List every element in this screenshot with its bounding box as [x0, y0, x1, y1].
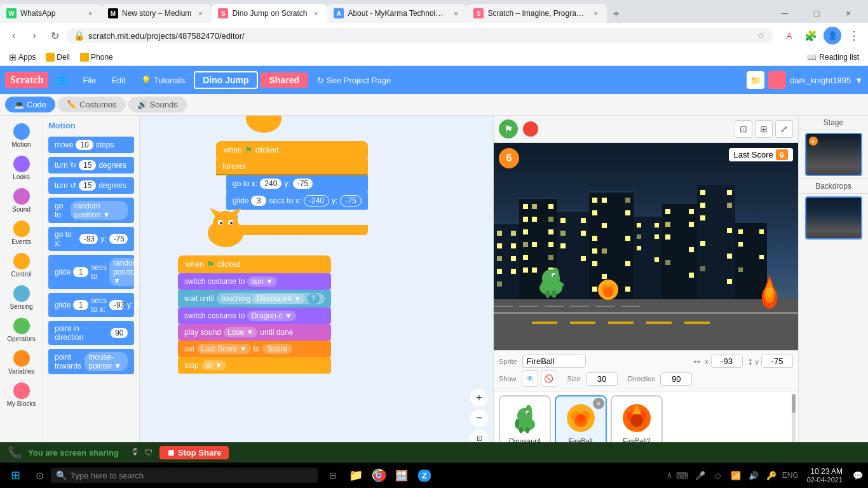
glide-x-val[interactable]: -240: [304, 195, 329, 207]
category-sensing[interactable]: Sensing: [3, 283, 41, 313]
bookmark-dell[interactable]: Dell: [42, 51, 74, 63]
goto-xy-block-1[interactable]: go to x: 240 y: -75: [226, 175, 368, 192]
costume-sun-dropdown[interactable]: sun ▼: [247, 276, 277, 287]
user-area[interactable]: 📁 dark_knight1895 ▼: [747, 71, 863, 89]
variable-dropdown[interactable]: Last Score ▼: [197, 344, 251, 354]
direction-input[interactable]: [660, 372, 692, 386]
wifi-icon[interactable]: 📶: [728, 468, 743, 483]
hide-eye-button[interactable]: 🚫: [541, 370, 557, 387]
file-explorer-taskbar[interactable]: 📁: [346, 465, 366, 485]
stage-mini-thumbnail[interactable]: 6: [805, 133, 862, 176]
close-button[interactable]: ×: [834, 4, 863, 23]
block-goto-xy[interactable]: go to x: -93 y: -75: [48, 227, 134, 251]
goto-y-val[interactable]: -75: [293, 179, 313, 189]
bookmark-apps[interactable]: ⊞ Apps: [5, 51, 39, 64]
category-events[interactable]: Events: [3, 218, 41, 248]
sprite-list-scrollbar-thumb[interactable]: [792, 394, 796, 413]
keyboard-icon[interactable]: ⌨: [675, 468, 690, 483]
dropbox-icon[interactable]: ◇: [710, 468, 726, 483]
tab-scratch-main[interactable]: S Scratch – Imagine, Program, S... ×: [467, 4, 607, 23]
glide-y-val[interactable]: -75: [340, 195, 361, 207]
file-menu[interactable]: File: [76, 73, 102, 88]
block-glide-xy-secs[interactable]: 1: [73, 300, 88, 310]
set-variable-block[interactable]: set Last Score ▼ to Score: [178, 341, 331, 357]
tab-scratch-dino[interactable]: S Dino Jump on Scratch ×: [212, 4, 327, 23]
tab-mykarma-close[interactable]: ×: [451, 8, 461, 18]
profile-icon[interactable]: 👤: [824, 27, 841, 44]
sprite-list-scrollbar[interactable]: [792, 394, 796, 450]
minimize-button[interactable]: ─: [770, 4, 799, 23]
extensions-icon[interactable]: 🧩: [802, 27, 820, 44]
fireball-delete-btn[interactable]: ×: [593, 398, 604, 409]
costume-dragon-dropdown[interactable]: Dragon-c ▼: [247, 311, 296, 321]
hidden-icons-button[interactable]: ∧: [667, 471, 672, 480]
zoom-out-button[interactable]: −: [470, 409, 488, 427]
sound-dropdown[interactable]: Lose ▼: [224, 327, 257, 337]
volume-icon[interactable]: 🔊: [746, 468, 761, 483]
lang-indicator[interactable]: ENG: [782, 468, 799, 483]
shield-sharing-icon[interactable]: 🛡: [144, 447, 153, 458]
block-glide-secs[interactable]: 1: [73, 267, 88, 277]
backdrop-thumbnail[interactable]: [805, 196, 862, 240]
block-goto[interactable]: go to random position ▼: [48, 198, 134, 223]
stop-block[interactable]: stop all ▼: [178, 357, 331, 374]
show-eye-button[interactable]: 👁: [522, 370, 538, 387]
block-turn-cw[interactable]: turn ↻ 15 degrees: [48, 157, 134, 173]
block-glide-random[interactable]: glide 1 secs to random position ▼: [48, 255, 134, 289]
tab-mykarma[interactable]: A About - MyKarma Technolog... ×: [327, 4, 467, 23]
block-towards-dropdown[interactable]: mouse-pointer ▼: [85, 352, 128, 371]
category-motion[interactable]: Motion: [3, 121, 41, 151]
taskbar-search[interactable]: 🔍 Type here to search: [51, 468, 318, 483]
fullscreen-button[interactable]: ⤢: [775, 120, 793, 138]
block-turn-ccw-value[interactable]: 15: [79, 180, 96, 191]
size-input[interactable]: [586, 372, 618, 386]
category-control[interactable]: Control: [3, 250, 41, 280]
block-point-direction[interactable]: point in direction 90: [48, 321, 134, 345]
tab-medium-close[interactable]: ×: [195, 8, 205, 18]
notification-button[interactable]: 💬: [850, 468, 865, 483]
small-stage-button[interactable]: ⊡: [735, 120, 752, 138]
block-turn-ccw[interactable]: turn ↺ 15 degrees: [48, 177, 134, 194]
stop-share-button[interactable]: ⏹ Stop Share: [159, 446, 229, 459]
reading-list-button[interactable]: 📖 Reading list: [803, 51, 863, 63]
block-glide-dropdown[interactable]: random position ▼: [109, 258, 139, 286]
tab-scratch-main-close[interactable]: ×: [590, 8, 600, 18]
category-variables[interactable]: Variables: [3, 348, 41, 377]
block-direction-value[interactable]: 90: [111, 328, 128, 338]
block-glide-xy-x[interactable]: -93: [109, 300, 125, 310]
sprite-dinosaur4[interactable]: Dinosaur4: [499, 395, 551, 449]
block-point-towards[interactable]: point towards mouse-pointer ▼: [48, 349, 134, 374]
project-name-input[interactable]: Dino Jump: [194, 71, 257, 89]
menu-icon[interactable]: ⋮: [845, 27, 863, 44]
forever-block[interactable]: forever: [216, 159, 368, 175]
stop-button[interactable]: [523, 121, 538, 137]
sprite-y-input[interactable]: [761, 355, 793, 368]
large-stage-button[interactable]: ⊞: [755, 120, 773, 138]
address-bar[interactable]: 🔒 scratch.mit.edu/projects/487582470/edi…: [66, 28, 773, 43]
tab-medium[interactable]: M New story – Medium ×: [102, 4, 212, 23]
glide-secs-val[interactable]: 3: [251, 196, 266, 206]
stop-dropdown[interactable]: all ▼: [201, 360, 226, 370]
new-tab-button[interactable]: +: [607, 5, 625, 23]
forward-button[interactable]: ›: [25, 27, 43, 44]
see-project-button[interactable]: ↻ See Project Page: [311, 73, 397, 88]
taskbar-time-display[interactable]: 10:23 AM 02-04-2021: [802, 467, 848, 484]
start-button[interactable]: ⊞: [3, 463, 28, 488]
category-myblocks[interactable]: My Blocks: [3, 380, 41, 410]
block-move[interactable]: move 10 steps: [48, 137, 134, 153]
block-glide-xy-y[interactable]: -75: [135, 300, 139, 310]
switch-costume-dragon[interactable]: switch costume to Dragon-c ▼: [178, 308, 331, 324]
block-turn-cw-value[interactable]: 15: [79, 160, 96, 170]
globe-button[interactable]: 🌐: [51, 73, 74, 88]
user-dropdown-icon[interactable]: ▼: [855, 76, 863, 85]
bookmark-phone[interactable]: Phone: [76, 51, 117, 63]
edit-menu[interactable]: Edit: [105, 73, 132, 88]
tab-code[interactable]: 💻 Code: [5, 97, 55, 112]
acrobat-icon[interactable]: A: [780, 27, 798, 44]
tab-whatsapp-close[interactable]: ×: [85, 8, 95, 18]
shared-button[interactable]: Shared: [261, 72, 308, 88]
back-button[interactable]: ‹: [5, 27, 23, 44]
tutorials-button[interactable]: 💡 Tutorials: [135, 73, 191, 88]
block-goto-dropdown[interactable]: random position ▼: [71, 201, 128, 220]
block-glide-xy[interactable]: glide 1 secs to x: -93 y: -75: [48, 293, 134, 317]
